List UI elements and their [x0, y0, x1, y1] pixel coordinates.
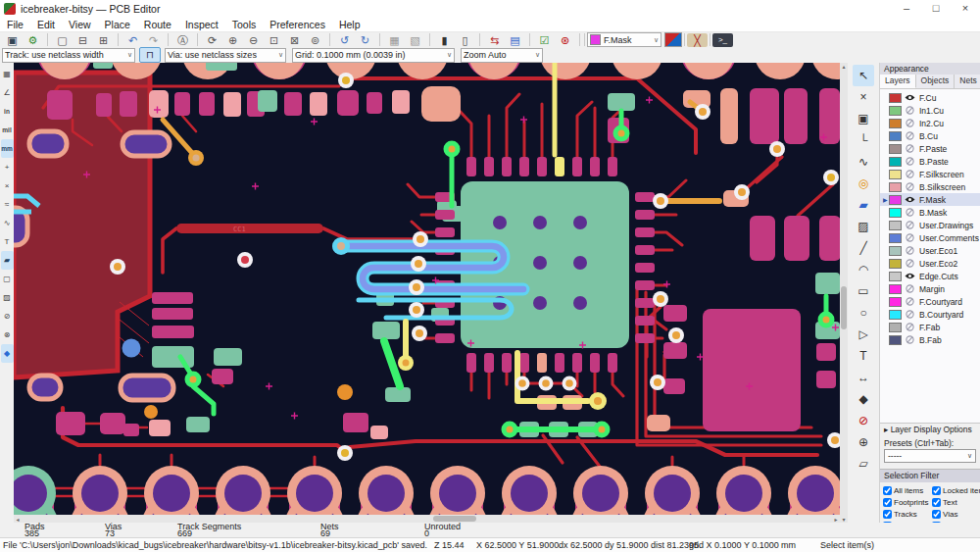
rotate-cw-button[interactable]: ↻ — [355, 33, 375, 47]
active-layer-combo[interactable]: F.Mask ∨ — [587, 32, 662, 47]
layer-color-swatch[interactable] — [889, 170, 902, 179]
eye-off-icon[interactable] — [905, 170, 916, 178]
print-button[interactable]: ⊟ — [73, 33, 93, 47]
zoom-out-button[interactable]: ⊖ — [243, 33, 264, 47]
group-button[interactable]: ▦ — [384, 33, 405, 47]
eye-icon[interactable] — [905, 272, 916, 280]
units-inches-icon[interactable]: in — [1, 102, 14, 121]
footprint-text-outline-icon[interactable]: T — [1, 232, 14, 251]
layer-row-f-mask[interactable]: ▶F.Mask — [880, 193, 980, 206]
menu-preferences[interactable]: Preferences — [263, 18, 332, 31]
pcb-canvas[interactable]: CC1 — [14, 63, 840, 515]
menu-file[interactable]: File — [0, 18, 30, 31]
layer-row-b-paste[interactable]: B.Paste — [880, 155, 980, 168]
units-mm-icon[interactable]: mm — [1, 139, 14, 158]
draw-circle-tool-icon[interactable]: ○ — [853, 302, 874, 324]
layer-color-swatch[interactable] — [889, 272, 902, 281]
filter-tracks[interactable]: Tracks — [883, 509, 932, 520]
draw-line-tool-icon[interactable]: ╱ — [853, 237, 874, 259]
show-layers-manager-button[interactable]: ▤ — [505, 33, 525, 47]
grid-combo[interactable]: Grid: 0.1000 mm (0.0039 in)∨ — [292, 48, 455, 63]
layer-row-in1-cu[interactable]: In1.Cu — [880, 104, 980, 117]
eye-off-icon[interactable] — [905, 131, 916, 140]
tab-objects[interactable]: Objects — [916, 75, 956, 88]
route-diff-pairs-tool-icon[interactable]: ∿ — [853, 151, 874, 173]
zone-fill-display-icon[interactable]: ▰ — [1, 251, 14, 270]
layer-row-f-courtyard[interactable]: F.Courtyard — [880, 295, 980, 308]
checkbox[interactable] — [932, 486, 941, 495]
layer-color-swatch[interactable] — [889, 131, 902, 141]
track-posture-toggle[interactable]: ⊓ — [139, 47, 161, 63]
layer-color-swatch[interactable] — [889, 157, 902, 167]
layer-color-swatch[interactable] — [889, 284, 902, 294]
zoom-fit-button[interactable]: ⊡ — [264, 33, 284, 47]
filter-vias[interactable]: Vias — [932, 509, 980, 520]
measure-tool-icon[interactable]: ▱ — [853, 453, 874, 475]
layer-color-swatch[interactable] — [889, 182, 902, 192]
eye-off-icon[interactable] — [905, 284, 916, 293]
maximize-button[interactable]: □ — [921, 0, 951, 18]
zoom-objects-button[interactable]: ⊚ — [305, 33, 325, 47]
new-board-button[interactable]: ▢ — [52, 33, 73, 47]
vias-outline-icon[interactable]: ⊗ — [1, 326, 14, 344]
layer-color-swatch[interactable] — [889, 195, 902, 205]
layer-color-split-icon[interactable] — [664, 32, 682, 47]
layer-color-swatch[interactable] — [889, 233, 902, 243]
add-rule-area-tool-icon[interactable]: ▨ — [853, 216, 874, 237]
origin-tool-icon[interactable]: ◆ — [853, 388, 874, 410]
checkbox[interactable] — [883, 486, 892, 495]
tab-nets[interactable]: Nets — [955, 75, 980, 88]
layer-display-options[interactable]: ▸ Layer Display Options — [880, 424, 980, 436]
layer-row-in2-cu[interactable]: In2.Cu — [880, 117, 980, 129]
presets-combo[interactable]: ----- ∨ — [884, 449, 976, 463]
layer-color-swatch[interactable] — [889, 119, 902, 128]
zone-hatch-display-icon[interactable]: ▨ — [1, 288, 14, 307]
dimension-tool-icon[interactable]: ↔ — [853, 367, 874, 388]
layer-row-f-fab[interactable]: F.Fab — [880, 321, 980, 333]
add-text-tool-icon[interactable]: T — [853, 345, 874, 367]
eye-off-icon[interactable] — [905, 182, 916, 191]
zoom-in-button[interactable]: ⊕ — [222, 33, 243, 47]
plot-button[interactable]: ⊞ — [93, 33, 114, 47]
layer-row-margin[interactable]: Margin — [880, 282, 980, 295]
add-footprint-tool-icon[interactable]: ▣ — [853, 108, 874, 129]
menu-inspect[interactable]: Inspect — [178, 18, 225, 31]
menu-view[interactable]: View — [62, 18, 98, 31]
delete-tool-icon[interactable]: ⊘ — [853, 410, 874, 431]
layer-row-user-comments[interactable]: User.Comments — [880, 231, 980, 244]
eye-off-icon[interactable] — [905, 259, 916, 268]
layer-color-swatch[interactable] — [889, 208, 902, 218]
drill-origin-tool-icon[interactable]: ⊕ — [853, 431, 874, 453]
menu-help[interactable]: Help — [332, 18, 368, 31]
filter-footprints[interactable]: Footprints — [883, 497, 932, 508]
layer-row-user-eco1[interactable]: User.Eco1 — [880, 244, 980, 257]
eye-off-icon[interactable] — [905, 208, 916, 217]
ratsnest-hide-icon[interactable]: × — [1, 176, 14, 195]
layer-color-swatch[interactable] — [889, 335, 902, 345]
board-setup-button[interactable]: ⚙ — [23, 33, 43, 47]
zoom-selection-button[interactable]: ⊠ — [284, 33, 305, 47]
refresh-view-button[interactable]: ⟳ — [202, 33, 222, 47]
rotate-ccw-button[interactable]: ↺ — [334, 33, 355, 47]
layer-color-swatch[interactable] — [889, 323, 902, 332]
layer-color-swatch[interactable] — [889, 144, 902, 154]
eye-off-icon[interactable] — [905, 233, 916, 242]
eye-off-icon[interactable] — [905, 310, 916, 319]
menu-place[interactable]: Place — [98, 18, 137, 31]
layer-row-b-fab[interactable]: B.Fab — [880, 333, 980, 346]
units-mils-icon[interactable]: mil — [1, 121, 14, 139]
layer-color-swatch[interactable] — [889, 246, 902, 256]
filter-text[interactable]: Text — [932, 497, 980, 508]
scripting-console-icon[interactable]: >_ — [712, 33, 733, 47]
scroll-down-icon[interactable]: ▾ — [840, 516, 848, 523]
eye-off-icon[interactable] — [905, 335, 916, 344]
route-tracks-tool-icon[interactable]: └ — [853, 129, 874, 151]
via-size-combo[interactable]: Via: use netclass sizes∨ — [165, 48, 286, 63]
eye-off-icon[interactable] — [905, 221, 916, 229]
ratsnest-icon[interactable]: ╳ — [687, 33, 708, 47]
save-button[interactable]: ▣ — [2, 33, 23, 47]
eye-off-icon[interactable] — [905, 246, 916, 255]
layer-color-swatch[interactable] — [889, 106, 902, 116]
filter-locked-items[interactable]: Locked items — [932, 485, 980, 496]
grid-toggle-icon[interactable]: ▦ — [1, 65, 14, 83]
